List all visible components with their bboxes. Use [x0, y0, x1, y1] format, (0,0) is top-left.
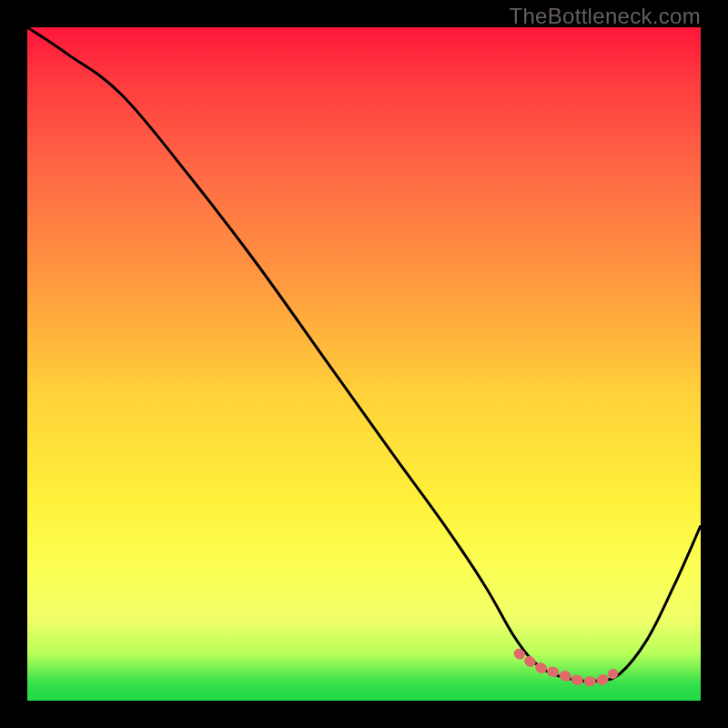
watermark-text: TheBottleneck.com [509, 4, 701, 29]
highlight-band-line [519, 653, 613, 682]
chart-plot-area [27, 27, 701, 701]
main-curve-line [27, 27, 701, 682]
chart-curve-svg [27, 27, 701, 701]
